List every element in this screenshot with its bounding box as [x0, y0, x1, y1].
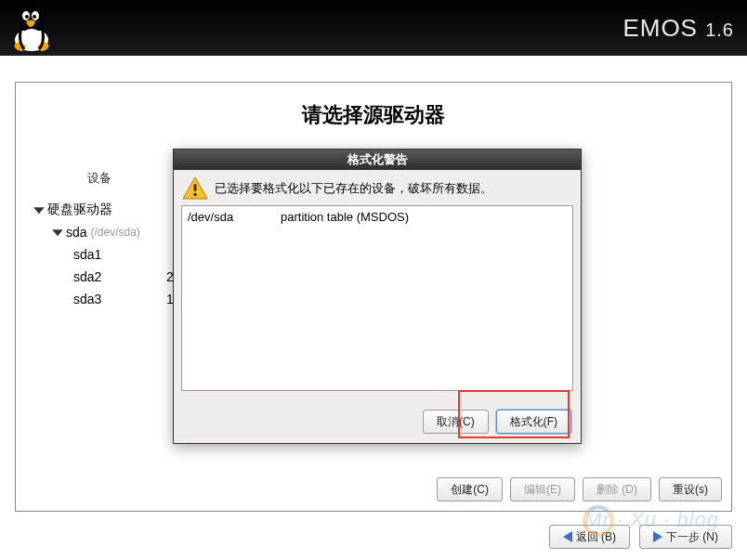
- arrow-right-icon: [653, 531, 662, 542]
- device-path: /dev/sda: [188, 210, 281, 224]
- brand-title: EMOS 1.6: [622, 14, 734, 43]
- dialog-device-list: /dev/sda partition table (MSDOS): [181, 205, 573, 391]
- logo-area: [6, 3, 58, 53]
- partition-label: sda3: [73, 292, 166, 306]
- chevron-down-icon[interactable]: [33, 205, 46, 215]
- list-item: /dev/sda partition table (MSDOS): [188, 210, 567, 224]
- tree-root-label: 硬盘驱动器: [47, 202, 112, 218]
- warning-icon: [181, 176, 209, 202]
- dialog-buttons: 取消(C) 格式化(F): [423, 410, 571, 434]
- dialog-message-row: 已选择要格式化以下已存在的设备，破坏所有数据。: [181, 176, 573, 202]
- create-button[interactable]: 创建(C): [437, 477, 503, 501]
- edit-button: 编辑(E): [510, 477, 575, 501]
- next-button[interactable]: 下一步 (N): [639, 525, 732, 549]
- format-button[interactable]: 格式化(F): [496, 410, 571, 434]
- reset-button[interactable]: 重设(s): [659, 477, 722, 501]
- tux-logo-icon: [6, 3, 58, 53]
- app-header: EMOS 1.6: [0, 0, 747, 56]
- col-device-header: 设备: [25, 170, 174, 187]
- svg-point-3: [25, 15, 29, 19]
- disk-path: (/dev/sda): [90, 226, 139, 239]
- disk-name: sda: [66, 225, 87, 240]
- back-button[interactable]: 返回 (B): [549, 525, 630, 549]
- chevron-down-icon[interactable]: [51, 228, 64, 237]
- svg-point-7: [193, 193, 197, 197]
- svg-point-4: [33, 15, 36, 19]
- action-bar: 创建(C) 编辑(E) 删除 (D) 重设(s): [437, 477, 722, 501]
- dialog-title: 格式化警告: [174, 150, 581, 170]
- arrow-left-icon: [563, 531, 572, 542]
- partition-label: sda1: [73, 247, 166, 262]
- page-title: 请选择源驱动器: [16, 83, 731, 142]
- device-detail: partition table (MSDOS): [281, 210, 409, 224]
- cancel-button[interactable]: 取消(C): [423, 410, 489, 434]
- svg-rect-6: [194, 184, 197, 191]
- delete-button: 删除 (D): [583, 477, 651, 501]
- nav-bar: 返回 (B) 下一步 (N): [549, 525, 732, 549]
- partition-label: sda2: [73, 269, 166, 284]
- dialog-message: 已选择要格式化以下已存在的设备，破坏所有数据。: [215, 180, 492, 197]
- svg-point-5: [20, 29, 43, 47]
- format-warning-dialog: 格式化警告 已选择要格式化以下已存在的设备，破坏所有数据。 /dev/sda p…: [173, 149, 582, 444]
